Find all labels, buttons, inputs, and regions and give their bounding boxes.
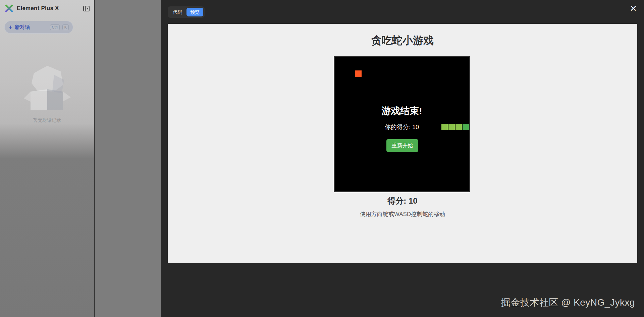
app-title: Element Plus X xyxy=(17,5,79,12)
plus-icon: + xyxy=(9,24,12,30)
empty-state: 暂无对话记录 xyxy=(0,60,94,123)
new-chat-button[interactable]: + 新对话 Ctrl K xyxy=(4,21,73,34)
sidebar-header: Element Plus X xyxy=(0,0,94,17)
tab-code[interactable]: 代码 xyxy=(169,8,186,16)
score-text: 得分: 10 xyxy=(168,196,637,206)
tab-preview[interactable]: 预览 xyxy=(186,8,203,16)
preview-modal: 代码 预览 × 贪吃蛇小游戏 游戏结束! 你的得分: 10 重新开始 得分: 1… xyxy=(161,0,644,317)
food-square xyxy=(355,70,362,77)
close-icon[interactable]: × xyxy=(630,1,637,15)
game-title: 贪吃蛇小游戏 xyxy=(168,34,637,48)
shortcut-key-ctrl: Ctrl xyxy=(50,24,60,30)
empty-box-illustration xyxy=(22,60,72,113)
app-logo-icon xyxy=(5,4,13,13)
sidebar: Element Plus X + 新对话 Ctrl K 暂无对话记录 xyxy=(0,0,94,317)
restart-button[interactable]: 重新开始 xyxy=(386,139,418,152)
game-canvas[interactable]: 游戏结束! 你的得分: 10 重新开始 xyxy=(334,56,470,192)
controls-hint: 使用方向键或WASD控制蛇的移动 xyxy=(168,210,637,218)
code-preview-tabs: 代码 预览 xyxy=(168,6,205,18)
watermark: 掘金技术社区 @ KeyNG_Jykxg xyxy=(501,296,635,309)
collapse-sidebar-icon[interactable] xyxy=(83,5,90,11)
preview-panel: 贪吃蛇小游戏 游戏结束! 你的得分: 10 重新开始 得分: 10 使用方向键或… xyxy=(168,24,637,263)
game-over-title: 游戏结束! xyxy=(335,105,469,117)
new-chat-label: 新对话 xyxy=(15,24,47,31)
shortcut-key-k: K xyxy=(62,24,69,30)
dimmed-page-background xyxy=(95,0,161,317)
game-over-score: 你的得分: 10 xyxy=(335,123,469,131)
empty-state-label: 暂无对话记录 xyxy=(0,117,94,123)
